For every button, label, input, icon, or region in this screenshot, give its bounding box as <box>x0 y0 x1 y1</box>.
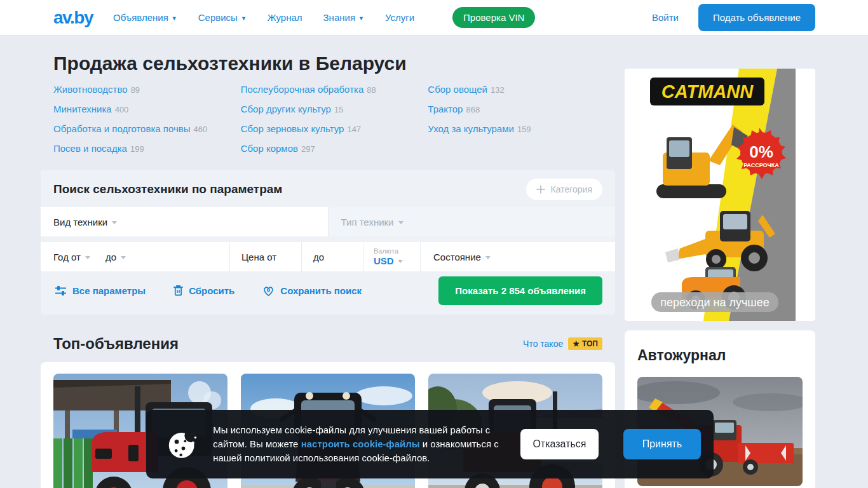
show-results-button[interactable]: Показать 2 854 объявления <box>438 276 602 305</box>
price-from-input[interactable]: Цена от <box>229 242 301 271</box>
trash-icon <box>173 285 183 296</box>
post-ad-button[interactable]: Подать объявление <box>698 4 815 31</box>
nav-item-uslugi[interactable]: Услуги <box>385 12 414 23</box>
star-icon: ★ <box>573 339 580 348</box>
vehicle-type-select[interactable]: Тип техники <box>329 207 616 236</box>
row-gap <box>41 236 615 242</box>
category-link[interactable]: Животноводство89 <box>53 84 241 95</box>
top-listings-title: Топ-объявления <box>53 335 179 353</box>
chevron-down-icon <box>112 221 117 224</box>
login-link[interactable]: Войти <box>652 12 679 23</box>
cookie-message: Мы используем cookie-файлы для улучшения… <box>213 423 505 465</box>
category-count: 297 <box>301 144 315 154</box>
ad-banner[interactable]: CATMANN 0% РАССРОЧКА <box>625 69 815 321</box>
add-category-button[interactable]: Категория <box>526 179 602 200</box>
header: av.by Объявления ▼ Сервисы ▼ Журнал Знан… <box>0 0 868 36</box>
chevron-down-icon <box>85 256 90 259</box>
sliders-icon <box>55 285 67 296</box>
price-to-input[interactable]: до <box>301 242 363 271</box>
category-count: 159 <box>517 125 531 134</box>
nav-item-journal[interactable]: Журнал <box>268 12 302 23</box>
category-count: 868 <box>466 105 480 114</box>
page-title: Продажа сельхозтехники в Беларуси <box>41 52 615 75</box>
search-panel-header: Поиск сельхозтехники по параметрам Катег… <box>41 170 615 207</box>
main-nav: Объявления ▼ Сервисы ▼ Журнал Знания ▼ У… <box>113 7 535 28</box>
category-column-2: Послеуборочная обработка88 Сбор других к… <box>241 84 428 154</box>
ad-banner-image: CATMANN 0% РАССРОЧКА <box>645 69 796 321</box>
cookie-settings-link[interactable]: настроить cookie-файлы <box>301 438 420 449</box>
all-params-link[interactable]: Все параметры <box>55 285 146 296</box>
chevron-down-icon: ▼ <box>241 14 247 22</box>
category-link[interactable]: Сбор кормов297 <box>241 143 428 154</box>
year-from-select[interactable]: Год от <box>53 252 81 262</box>
cookie-decline-button[interactable]: Отказаться <box>520 429 599 459</box>
nav-item-ads[interactable]: Объявления ▼ <box>113 12 177 23</box>
ad-discount-sub-text: РАССРОЧКА <box>743 162 779 168</box>
search-actions: Все параметры Сбросить <box>41 271 615 309</box>
category-column-3: Сбор овощей132 Трактор868 Уход за культу… <box>428 84 615 154</box>
nav-item-knowledge[interactable]: Знания ▼ <box>323 12 364 23</box>
year-to-select[interactable]: до <box>105 252 116 262</box>
chevron-down-icon: ▼ <box>172 14 177 22</box>
search-title: Поиск сельхозтехники по параметрам <box>53 182 282 196</box>
what-is-top-link[interactable]: Что такое <box>523 339 563 349</box>
category-links: Животноводство89 Минитехника400 Обработк… <box>41 84 615 154</box>
top-badge: ★ ТОП <box>568 337 602 350</box>
chevron-down-icon <box>398 260 403 263</box>
ad-slogan-text: переходи на лучшее <box>660 296 770 309</box>
journal-title: Автожурнал <box>637 347 803 364</box>
chevron-down-icon <box>121 256 126 259</box>
search-row-type: Вид техники Тип техники <box>41 207 615 236</box>
category-link[interactable]: Сбор овощей132 <box>428 84 615 95</box>
currency-select[interactable]: Валюта USD <box>363 242 420 271</box>
chevron-down-icon <box>485 256 491 259</box>
search-panel: Поиск сельхозтехники по параметрам Катег… <box>41 170 615 315</box>
top-listings-header: Топ-объявления Что такое ★ ТОП <box>41 335 615 353</box>
chevron-down-icon <box>398 221 403 224</box>
save-search-link[interactable]: Сохранить поиск <box>262 285 362 297</box>
year-range: Год от до <box>41 242 229 271</box>
category-link[interactable]: Уход за культурами159 <box>428 123 615 135</box>
top-listings-info: Что такое ★ ТОП <box>523 337 602 350</box>
category-count: 400 <box>115 105 129 114</box>
vin-check-button[interactable]: Проверка VIN <box>452 7 535 28</box>
vehicle-kind-select[interactable]: Вид техники <box>41 207 329 236</box>
category-link[interactable]: Послеуборочная обработка88 <box>241 84 428 95</box>
nav-item-services[interactable]: Сервисы ▼ <box>198 12 247 23</box>
category-count: 460 <box>194 125 208 134</box>
category-count: 88 <box>367 85 376 95</box>
condition-select[interactable]: Состояние <box>420 242 615 271</box>
category-link[interactable]: Сбор зерновых культур147 <box>241 123 428 135</box>
avby-logo[interactable]: av.by <box>53 8 93 28</box>
search-row-filters: Год от до Цена от до Валюта USD <box>41 242 615 271</box>
category-count: 147 <box>347 125 361 134</box>
category-link[interactable]: Обработка и подготовка почвы460 <box>53 123 241 135</box>
ad-brand-text: CATMANN <box>661 81 753 102</box>
category-count: 15 <box>334 105 343 114</box>
category-link[interactable]: Минитехника400 <box>53 104 241 115</box>
cookie-accept-button[interactable]: Принять <box>623 429 701 459</box>
category-count: 199 <box>130 144 144 154</box>
plus-icon <box>536 185 545 194</box>
cookie-icon <box>166 428 198 461</box>
chevron-down-icon: ▼ <box>358 14 364 22</box>
category-link[interactable]: Посев и посадка199 <box>53 143 241 154</box>
currency-label: Валюта <box>374 247 398 255</box>
header-right: Войти Подать объявление <box>652 4 815 31</box>
category-column-1: Животноводство89 Минитехника400 Обработк… <box>53 84 241 154</box>
ad-discount-text: 0% <box>749 142 773 161</box>
heart-pin-icon <box>262 285 275 297</box>
category-count: 89 <box>131 85 140 95</box>
cookie-banner: Мы используем cookie-файлы для улучшения… <box>146 410 714 478</box>
category-link[interactable]: Сбор других культур15 <box>241 104 428 115</box>
category-count: 132 <box>491 85 505 95</box>
reset-link[interactable]: Сбросить <box>173 285 234 296</box>
category-link[interactable]: Трактор868 <box>428 104 615 115</box>
